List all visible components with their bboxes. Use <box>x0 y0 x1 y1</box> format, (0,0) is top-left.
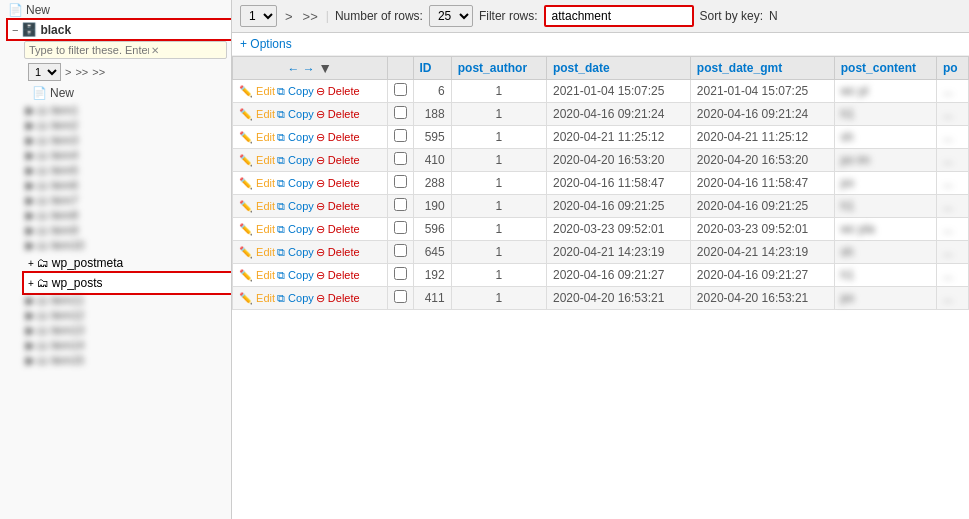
edit-btn[interactable]: ✏️ Edit <box>239 131 275 144</box>
id-cell: 190 <box>413 195 451 218</box>
post-author-cell: 1 <box>451 80 546 103</box>
edit-btn[interactable]: ✏️ Edit <box>239 292 275 305</box>
copy-btn[interactable]: ⧉ Copy <box>277 177 314 190</box>
filter-input[interactable] <box>544 5 694 27</box>
row-checkbox[interactable] <box>394 221 407 234</box>
collapse-icon[interactable]: − <box>12 24 18 36</box>
delete-btn[interactable]: ⊖ Delete <box>316 177 360 190</box>
id-cell: 410 <box>413 149 451 172</box>
edit-btn[interactable]: ✏️ Edit <box>239 223 275 236</box>
row-checkbox[interactable] <box>394 175 407 188</box>
nav-next-btn[interactable]: > <box>283 9 295 24</box>
copy-btn[interactable]: ⧉ Copy <box>277 200 314 213</box>
copy-btn[interactable]: ⧉ Copy <box>277 269 314 282</box>
delete-btn[interactable]: ⊖ Delete <box>316 131 360 144</box>
row-checkbox[interactable] <box>394 198 407 211</box>
sidebar-new-sub-item[interactable]: 📄 New <box>24 83 231 103</box>
rows-select[interactable]: 25 <box>429 5 473 27</box>
po-cell: ... <box>936 103 968 126</box>
col-po[interactable]: po <box>936 57 968 80</box>
post-date-gmt-cell: 2021-01-04 15:07:25 <box>690 80 834 103</box>
sidebar-nav-arrow1[interactable]: > <box>65 66 71 78</box>
edit-btn[interactable]: ✏️ Edit <box>239 85 275 98</box>
post-author-cell: 1 <box>451 172 546 195</box>
post-author-cell: 1 <box>451 149 546 172</box>
right-arrow-icon[interactable]: → <box>303 62 315 76</box>
edit-btn[interactable]: ✏️ Edit <box>239 177 275 190</box>
post-date-gmt-cell: 2020-04-20 16:53:20 <box>690 149 834 172</box>
delete-btn[interactable]: ⊖ Delete <box>316 223 360 236</box>
checkbox-cell <box>387 218 413 241</box>
copy-btn[interactable]: ⧉ Copy <box>277 292 314 305</box>
filter-close-icon[interactable]: ✕ <box>151 45 159 56</box>
delete-btn[interactable]: ⊖ Delete <box>316 154 360 167</box>
left-arrow-icon[interactable]: ← <box>287 62 299 76</box>
new-icon: 📄 <box>8 3 23 17</box>
delete-btn[interactable]: ⊖ Delete <box>316 200 360 213</box>
copy-btn[interactable]: ⧉ Copy <box>277 154 314 167</box>
sidebar-black-item[interactable]: − 🗄️ black <box>8 20 231 39</box>
rows-separator: | <box>326 9 329 23</box>
post-date-gmt-cell: 2020-04-21 11:25:12 <box>690 126 834 149</box>
checkbox-cell <box>387 80 413 103</box>
nav-next-end-btn[interactable]: >> <box>301 9 320 24</box>
sidebar-new-item[interactable]: 📄 New <box>0 0 231 20</box>
delete-btn[interactable]: ⊖ Delete <box>316 85 360 98</box>
sidebar-nav-arrow2[interactable]: >> <box>75 66 88 78</box>
row-checkbox[interactable] <box>394 129 407 142</box>
sort-arrow-icon[interactable]: ▼ <box>318 60 332 76</box>
row-checkbox[interactable] <box>394 152 407 165</box>
id-cell: 595 <box>413 126 451 149</box>
post-author-cell: 1 <box>451 241 546 264</box>
edit-btn[interactable]: ✏️ Edit <box>239 200 275 213</box>
po-cell: ... <box>936 241 968 264</box>
edit-btn[interactable]: ✏️ Edit <box>239 154 275 167</box>
sidebar-page-select[interactable]: 1 <box>28 63 61 81</box>
row-checkbox[interactable] <box>394 290 407 303</box>
post-date-cell: 2020-04-16 09:21:27 <box>546 264 690 287</box>
copy-btn[interactable]: ⧉ Copy <box>277 246 314 259</box>
checkbox-cell <box>387 149 413 172</box>
page-select[interactable]: 1 <box>240 5 277 27</box>
table-row: ✏️ Edit ⧉ Copy ⊖ Delete 596 1 2020-03-23… <box>233 218 969 241</box>
filter-label: Filter rows: <box>479 9 538 23</box>
post-date-cell: 2020-04-21 11:25:12 <box>546 126 690 149</box>
row-checkbox[interactable] <box>394 244 407 257</box>
sidebar-wp-posts[interactable]: + 🗂 wp_posts <box>24 273 231 293</box>
sidebar-filter-input[interactable] <box>29 44 149 56</box>
col-nav-arrows: ← → ▼ <box>233 57 388 80</box>
post-date-gmt-cell: 2020-04-16 09:21:27 <box>690 264 834 287</box>
post-date-gmt-cell: 2020-04-16 09:21:24 <box>690 103 834 126</box>
row-checkbox[interactable] <box>394 106 407 119</box>
action-cell: ✏️ Edit ⧉ Copy ⊖ Delete <box>233 126 388 149</box>
delete-btn[interactable]: ⊖ Delete <box>316 246 360 259</box>
row-checkbox[interactable] <box>394 83 407 96</box>
copy-btn[interactable]: ⧉ Copy <box>277 85 314 98</box>
edit-btn[interactable]: ✏️ Edit <box>239 269 275 282</box>
col-post-content[interactable]: post_content <box>834 57 936 80</box>
col-post-date-gmt[interactable]: post_date_gmt <box>690 57 834 80</box>
options-bar[interactable]: + Options <box>232 33 969 56</box>
sidebar-new-sub-label: New <box>50 86 74 100</box>
col-post-author[interactable]: post_author <box>451 57 546 80</box>
edit-btn[interactable]: ✏️ Edit <box>239 246 275 259</box>
copy-btn[interactable]: ⧉ Copy <box>277 223 314 236</box>
table-row: ✏️ Edit ⧉ Copy ⊖ Delete 410 1 2020-04-20… <box>233 149 969 172</box>
sidebar-nav-arrow3[interactable]: >> <box>92 66 105 78</box>
delete-btn[interactable]: ⊖ Delete <box>316 292 360 305</box>
col-id[interactable]: ID <box>413 57 451 80</box>
action-cell: ✏️ Edit ⧉ Copy ⊖ Delete <box>233 149 388 172</box>
post-author-cell: 1 <box>451 287 546 310</box>
post-author-cell: 1 <box>451 218 546 241</box>
sidebar-black-label: black <box>40 23 71 37</box>
post-author-cell: 1 <box>451 126 546 149</box>
post-content-cell: sh <box>834 126 936 149</box>
row-checkbox[interactable] <box>394 267 407 280</box>
delete-btn[interactable]: ⊖ Delete <box>316 108 360 121</box>
sidebar-wp-postmeta[interactable]: + 🗂 wp_postmeta <box>24 253 231 273</box>
edit-btn[interactable]: ✏️ Edit <box>239 108 275 121</box>
delete-btn[interactable]: ⊖ Delete <box>316 269 360 282</box>
copy-btn[interactable]: ⧉ Copy <box>277 131 314 144</box>
col-post-date[interactable]: post_date <box>546 57 690 80</box>
copy-btn[interactable]: ⧉ Copy <box>277 108 314 121</box>
